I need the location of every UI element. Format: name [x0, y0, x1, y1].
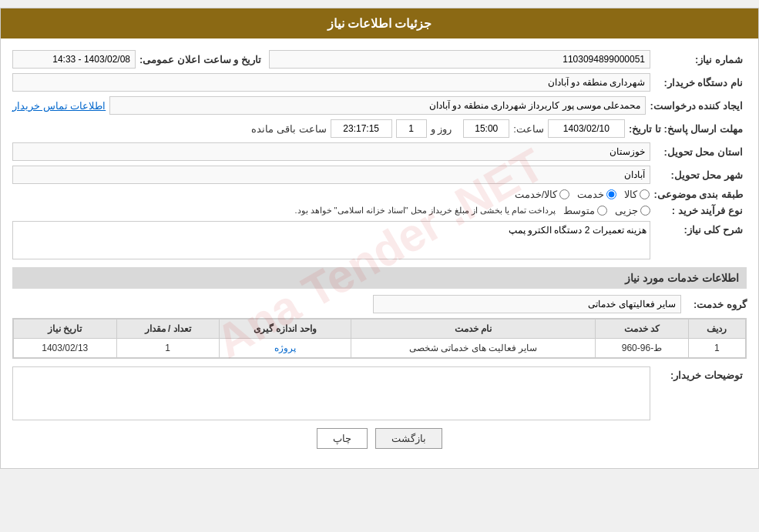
- radio-khedmat[interactable]: [606, 189, 616, 199]
- cell-radif: 1: [688, 339, 745, 358]
- radio-jozvi-label[interactable]: جزیی: [615, 205, 650, 216]
- radio-kala-label[interactable]: کالا: [624, 189, 650, 200]
- nam-dastgah-label: نام دستگاه خریدار:: [654, 77, 747, 89]
- sharh-label: شرح کلی نیاز:: [654, 221, 747, 236]
- radio-khedmat-label[interactable]: خدمت: [577, 189, 616, 200]
- cell-vahed: پروژه: [219, 339, 351, 358]
- tarikh-input[interactable]: [12, 50, 136, 69]
- print-button[interactable]: چاپ: [317, 428, 368, 449]
- mohlat-saat-mande-input: [331, 119, 392, 138]
- col-naam: نام خدمت: [351, 320, 596, 339]
- radio-motovaset-text: متوسط: [563, 205, 595, 216]
- radio-khedmat-text: خدمت: [577, 189, 604, 200]
- col-vahed: واحد اندازه گیری: [219, 320, 351, 339]
- col-kod: کد خدمت: [596, 320, 688, 339]
- mohlat-saat-input[interactable]: [463, 119, 509, 138]
- services-table-wrapper: ردیف کد خدمت نام خدمت واحد اندازه گیری ت…: [12, 318, 747, 359]
- ostan-label: استان محل تحویل:: [654, 146, 747, 158]
- nooe-farayand-desc: پرداخت تمام یا بخشی از مبلغ خریداز محل "…: [294, 206, 556, 216]
- mohlat-saat-label: ساعت:: [513, 123, 544, 135]
- back-button[interactable]: بازگشت: [375, 428, 442, 449]
- nooe-farayand-radio-group: جزیی متوسط پرداخت تمام یا بخشی از مبلغ خ…: [12, 205, 650, 216]
- col-tedad: تعداد / مقدار: [116, 320, 219, 339]
- ijad-konande-label: ایجاد کننده درخواست:: [650, 100, 747, 112]
- button-row: بازگشت چاپ: [12, 428, 747, 457]
- radio-jozvi[interactable]: [640, 206, 650, 216]
- shahr-input: [12, 166, 650, 184]
- cell-tedad: 1: [116, 339, 219, 358]
- tawzihat-label: توضیحات خریدار:: [654, 366, 747, 381]
- tawzihat-textarea[interactable]: [12, 366, 650, 420]
- shahr-label: شهر محل تحویل:: [654, 169, 747, 181]
- cell-kod: ط-96-960: [596, 339, 688, 358]
- shomara-input[interactable]: [269, 50, 650, 69]
- mohlat-saat-mande-label: ساعت باقی مانده: [251, 123, 326, 135]
- radio-kala-khedmat-label[interactable]: کالا/خدمت: [515, 189, 570, 200]
- col-tarikh: تاریخ نیاز: [14, 320, 117, 339]
- radio-kala-text: کالا: [624, 189, 637, 200]
- sharh-textarea[interactable]: [12, 221, 650, 259]
- radio-kala-khedmat[interactable]: [559, 189, 569, 199]
- mohlat-label: مهلت ارسال پاسخ: تا تاریخ:: [629, 123, 747, 135]
- cell-tarikh: 1403/02/13: [14, 339, 117, 358]
- grooh-input: [373, 295, 681, 313]
- shomara-label: شماره نیاز:: [654, 54, 747, 65]
- tarikh-label: تاریخ و ساعت اعلان عمومی:: [139, 54, 265, 65]
- ijad-konande-input: [109, 96, 646, 115]
- cell-naam: سایر فعالیت های خدماتی شخصی: [351, 339, 596, 358]
- ostan-input: [12, 142, 650, 161]
- page-title: جزئیات اطلاعات نیاز: [1, 8, 758, 38]
- radio-kala-khedmat-text: کالا/خدمت: [515, 189, 558, 200]
- tabagheh-label: طبقه بندی موضوعی:: [653, 189, 747, 200]
- mohlat-date-input[interactable]: [548, 119, 625, 138]
- mohlat-roz-input[interactable]: [396, 119, 427, 138]
- nooe-farayand-label: نوع فرآیند خرید :: [654, 205, 747, 216]
- services-table: ردیف کد خدمت نام خدمت واحد اندازه گیری ت…: [13, 319, 746, 358]
- tabagheh-radio-group: کالا خدمت کالا/خدمت: [12, 189, 650, 200]
- radio-motovaset-label[interactable]: متوسط: [563, 205, 607, 216]
- radio-kala[interactable]: [640, 189, 650, 199]
- table-row: 1 ط-96-960 سایر فعالیت های خدماتی شخصی پ…: [14, 339, 746, 358]
- radio-jozvi-text: جزیی: [615, 205, 638, 216]
- grooh-label: گروه خدمت:: [685, 299, 747, 310]
- radio-motovaset[interactable]: [597, 206, 607, 216]
- info-khadamat-title: اطلاعات خدمات مورد نیاز: [12, 267, 747, 289]
- col-radif: ردیف: [688, 320, 745, 339]
- mohlat-roz-label: روز و: [431, 123, 452, 135]
- nam-dastgah-input[interactable]: [12, 73, 650, 92]
- contact-info-link[interactable]: اطلاعات تماس خریدار: [12, 100, 106, 112]
